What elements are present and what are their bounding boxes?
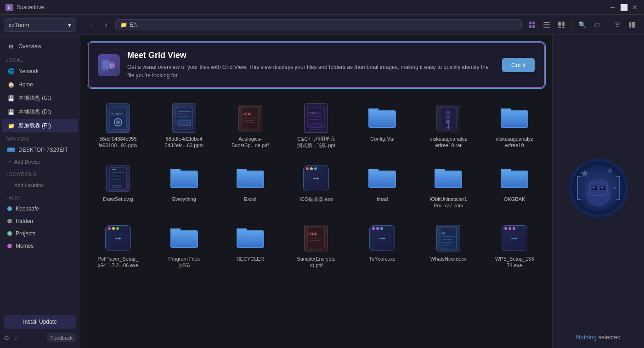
svg-rect-98	[593, 187, 594, 188]
file-name: ICO提取器.exe	[299, 196, 333, 202]
feedback-button[interactable]: Feedback	[47, 333, 76, 342]
svg-rect-34	[244, 120, 254, 121]
svg-rect-84	[310, 240, 320, 241]
file-icon-imad-folder	[367, 164, 397, 193]
svg-rect-83	[310, 238, 322, 239]
sidebar-item-projects[interactable]: Projects	[2, 228, 78, 240]
back-button[interactable]: ‹	[86, 19, 97, 30]
path-bar[interactable]: 📁 E:\	[115, 19, 522, 30]
forward-button[interactable]: ›	[101, 19, 112, 30]
chevron-down-icon: ▾	[68, 22, 71, 29]
toolbar: ‹ › 📁 E:\ 🔍 🏷	[80, 15, 644, 35]
file-item-diskusage-folder[interactable]: diskusageanalyzerfree19	[484, 99, 545, 154]
list-view-button[interactable]	[540, 18, 553, 31]
info-icon[interactable]: ○	[13, 334, 17, 342]
device-label: DESKTOP-7S29EIT	[18, 147, 68, 153]
file-item-imad[interactable]: imad	[352, 159, 412, 214]
file-icon-everything-folder	[169, 164, 199, 193]
svg-rect-46	[446, 111, 450, 114]
svg-rect-5	[532, 25, 535, 28]
add-device-button[interactable]: ＋ Add Device	[2, 156, 78, 167]
hidden-dot	[7, 219, 12, 223]
file-icon-ico-exe: →	[301, 164, 331, 193]
maximize-button[interactable]: ⬜	[620, 4, 627, 11]
sidebar-item-home[interactable]: 🏠 Home	[2, 78, 78, 91]
file-item-toycon[interactable]: → ToYcon.exe	[352, 219, 412, 274]
file-item-whatsnew[interactable]: W WhatsNew.docx	[418, 219, 479, 274]
toolbar-divider-2	[607, 20, 607, 29]
sidebar-top: xz7com ▾	[0, 15, 80, 36]
svg-rect-97	[600, 186, 605, 190]
svg-rect-16	[629, 22, 631, 28]
sidebar-item-keepsafe[interactable]: Keepsafe	[2, 203, 78, 215]
install-update-button[interactable]: Install Update	[4, 315, 76, 329]
window-controls: ─ ⬜ ✕	[609, 4, 638, 11]
file-icon-iobit-folder	[434, 164, 463, 193]
sidebar-item-network[interactable]: 🌐 Network	[2, 65, 78, 78]
sidebar-item-desktop[interactable]: DESKTOP-7S29EIT	[2, 144, 78, 155]
file-item-pptx2[interactable]: 66ddfe4d2fdbe45d32efc...63.pptx	[154, 99, 215, 154]
minimize-button[interactable]: ─	[609, 4, 616, 11]
svg-rect-90	[442, 245, 450, 245]
svg-rect-2	[529, 22, 531, 24]
svg-text:DWG: DWG	[112, 184, 121, 188]
file-item-everything[interactable]: Everything	[154, 159, 215, 214]
svg-rect-26	[176, 107, 192, 129]
file-item-excel[interactable]: Excel	[220, 159, 281, 214]
grid-view-button[interactable]	[525, 18, 538, 31]
media-view-button[interactable]	[555, 18, 568, 31]
svg-rect-4	[529, 25, 531, 28]
file-item-config-msi[interactable]: Config.Msi	[352, 99, 412, 154]
settings-icon[interactable]: ⚙	[4, 334, 10, 342]
sidebar-item-hidden[interactable]: Hidden	[2, 215, 78, 227]
file-item-okgbak[interactable]: OKGBAK	[484, 159, 545, 214]
file-icon-okgbak-folder	[500, 164, 529, 193]
file-item-iobit[interactable]: IObitUninstaller1Pro_xz7.com	[418, 159, 479, 214]
file-name: DrawSet.dwg	[103, 196, 133, 202]
desktop-icon	[7, 148, 15, 152]
file-item-potplayer[interactable]: → PotPlayer_Setup_x64-1.7.2...06.exe	[88, 219, 148, 274]
file-item-pptx1[interactable]: S1.5785... 56dcf04884c955fa90100...93.pp…	[88, 99, 148, 154]
svg-rect-77	[171, 231, 197, 247]
file-icon-wps-exe: →	[500, 223, 529, 253]
sidebar-item-label: 本地磁盘 (D:)	[18, 108, 51, 116]
banner-title-highlight: Grid View	[148, 51, 186, 60]
svg-rect-8	[543, 27, 550, 28]
sidebar-toggle-button[interactable]	[626, 18, 638, 31]
search-button[interactable]: 🔍	[576, 18, 588, 31]
sidebar-item-disk-c[interactable]: 💾 本地磁盘 (C:)	[2, 91, 78, 105]
toolbar-right: 🔍 🏷	[525, 18, 638, 31]
sidebar-item-disk-d[interactable]: 💾 本地磁盘 (D:)	[2, 105, 78, 119]
file-item-wps[interactable]: → WPS_Setup_15374.exe	[484, 219, 545, 274]
banner-icon: ⬡	[98, 54, 120, 76]
file-name: WhatsNew.docx	[430, 256, 467, 262]
add-location-label: Add Location	[14, 183, 44, 188]
file-name: Auslogics-BoostSp...de.pdf	[232, 136, 269, 149]
file-item-rar1[interactable]: diskusageanalyzerfree19.rar	[418, 99, 479, 154]
filter-button[interactable]	[611, 18, 624, 31]
file-name: imad	[377, 196, 388, 202]
file-grid: S1.5785... 56dcf04884c955fa90100...93.pp…	[88, 97, 545, 275]
account-selector[interactable]: xz7com ▾	[4, 18, 76, 32]
file-item-programfiles[interactable]: Program Files(x86)	[154, 219, 215, 274]
locations-section-header: Locations	[0, 168, 80, 179]
file-name: 66ddfe4d2fdbe45d32efc...63.pptx	[165, 136, 203, 149]
got-it-button[interactable]: Got it	[502, 58, 535, 72]
sidebar-item-memes[interactable]: Memes	[2, 240, 78, 252]
file-item-pdf1[interactable]: PDF Auslogics-BoostSp...de.pdf	[220, 99, 281, 154]
disk-c-icon: 💾	[7, 95, 15, 102]
add-location-button[interactable]: ＋ Add Location	[2, 179, 78, 191]
tag-button[interactable]: 🏷	[590, 18, 603, 31]
sidebar-item-drive-e[interactable]: 📁 新加载卷 (E:)	[2, 119, 78, 132]
file-item-sample-pdf[interactable]: PDF Sample(Encrypted).pdf	[286, 219, 347, 274]
file-icon-pdf1: PDF	[236, 103, 265, 133]
file-name: diskusageanalyzerfree19	[496, 136, 533, 149]
overview-icon: ⊞	[7, 43, 15, 50]
svg-rect-101	[596, 179, 601, 183]
file-item-ico-exe[interactable]: → ICO提取器.exe	[286, 159, 347, 214]
file-item-ppt1[interactable]: C&C++ C&C++,巧用单元测试新...飞跃.ppt	[286, 99, 347, 154]
file-item-recycler[interactable]: RECYCLER	[220, 219, 281, 274]
sidebar-item-overview[interactable]: ⊞ Overview	[2, 40, 78, 53]
file-item-drawset[interactable]: DWG DrawSet.dwg	[88, 159, 148, 214]
close-button[interactable]: ✕	[631, 4, 638, 11]
